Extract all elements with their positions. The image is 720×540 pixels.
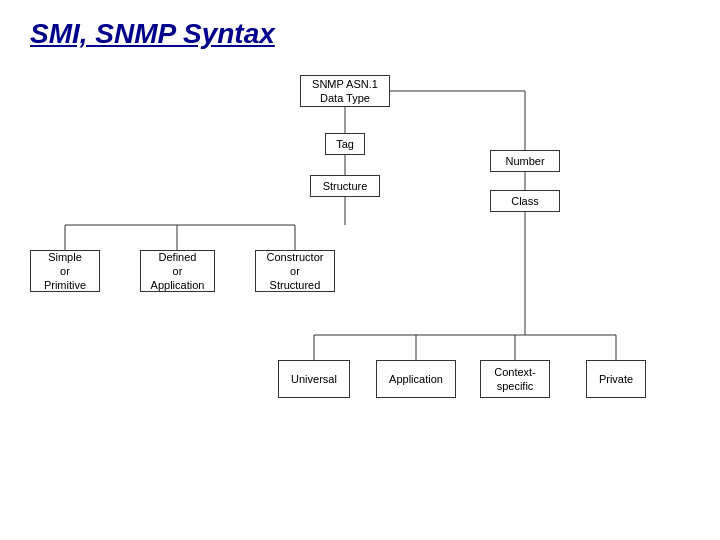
diagram: SNMP ASN.1 Data Type Tag Structure Numbe… — [0, 65, 720, 535]
defined-box: Defined or Application — [140, 250, 215, 292]
class-box: Class — [490, 190, 560, 212]
tag-box: Tag — [325, 133, 365, 155]
snmp-asn1-box: SNMP ASN.1 Data Type — [300, 75, 390, 107]
number-box: Number — [490, 150, 560, 172]
universal-box: Universal — [278, 360, 350, 398]
context-specific-box: Context- specific — [480, 360, 550, 398]
constructor-box: Constructor or Structured — [255, 250, 335, 292]
page-title: SMI, SNMP Syntax — [0, 0, 720, 50]
application-box: Application — [376, 360, 456, 398]
simple-box: Simple or Primitive — [30, 250, 100, 292]
structure-box: Structure — [310, 175, 380, 197]
private-box: Private — [586, 360, 646, 398]
